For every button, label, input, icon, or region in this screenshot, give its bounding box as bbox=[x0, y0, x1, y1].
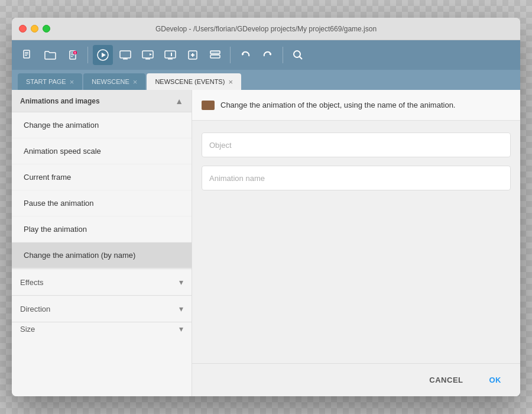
collapsible-effects: Effects ▾ bbox=[12, 269, 192, 295]
svg-point-30 bbox=[294, 51, 300, 57]
search-icon[interactable] bbox=[288, 45, 308, 65]
svg-rect-17 bbox=[145, 59, 150, 60]
tab-newscene[interactable]: NEWSCENE × bbox=[83, 73, 145, 90]
undo-icon[interactable] bbox=[235, 45, 255, 65]
svg-marker-12 bbox=[102, 53, 106, 57]
minimize-button[interactable] bbox=[31, 25, 38, 33]
toolbar-separator-3 bbox=[283, 47, 283, 63]
list-item-animation-speed[interactable]: Animation speed scale bbox=[12, 138, 192, 164]
description-bar: Change the animation of the object, usin… bbox=[192, 90, 520, 121]
svg-rect-9 bbox=[74, 52, 76, 53]
section-collapse-icon[interactable]: ▲ bbox=[175, 96, 183, 106]
tab-newscene-close[interactable]: × bbox=[133, 77, 138, 86]
tab-newscene-label: NEWSCENE bbox=[92, 78, 129, 85]
tab-start-page-close[interactable]: × bbox=[70, 77, 74, 86]
stop-icon[interactable] bbox=[160, 45, 180, 65]
svg-rect-3 bbox=[25, 55, 27, 56]
toolbar bbox=[12, 40, 520, 70]
list-item-pause-animation[interactable]: Pause the animation bbox=[12, 190, 192, 216]
list-item-change-animation-by-name[interactable]: Change the animation (by name) bbox=[12, 242, 192, 269]
toolbar-separator-1 bbox=[87, 47, 88, 63]
debug-icon[interactable] bbox=[63, 45, 83, 65]
collapsible-direction: Direction ▾ bbox=[12, 295, 192, 322]
direction-chevron-icon: ▾ bbox=[179, 304, 183, 313]
title-bar: GDevelop - /Users/florian/GDevelop proje… bbox=[12, 18, 520, 40]
network-icon[interactable] bbox=[138, 45, 158, 65]
svg-rect-20 bbox=[168, 59, 173, 60]
svg-rect-15 bbox=[125, 58, 126, 59]
effects-label: Effects bbox=[20, 278, 44, 287]
toolbar-separator-2 bbox=[230, 47, 231, 63]
tab-newscene-events-close[interactable]: × bbox=[228, 77, 233, 86]
traffic-lights bbox=[19, 25, 50, 33]
close-button[interactable] bbox=[19, 25, 27, 33]
size-label: Size bbox=[20, 325, 35, 334]
object-field[interactable]: Object bbox=[202, 132, 511, 157]
tab-newscene-events[interactable]: NEWSCENE (EVENTS) × bbox=[147, 73, 241, 90]
svg-rect-13 bbox=[120, 51, 131, 58]
tab-start-page[interactable]: START PAGE × bbox=[18, 73, 82, 90]
tab-newscene-events-label: NEWSCENE (EVENTS) bbox=[155, 78, 225, 85]
main-window: GDevelop - /Users/florian/GDevelop proje… bbox=[12, 18, 520, 396]
window-title: GDevelop - /Users/florian/GDevelop proje… bbox=[155, 25, 377, 33]
effects-header[interactable]: Effects ▾ bbox=[12, 269, 192, 295]
folder-icon[interactable] bbox=[40, 45, 60, 65]
add-object-icon[interactable] bbox=[183, 45, 203, 65]
dialog-footer: CANCEL OK bbox=[192, 363, 520, 396]
svg-marker-29 bbox=[269, 53, 271, 56]
form-area: Object Animation name bbox=[192, 121, 520, 363]
svg-rect-26 bbox=[210, 55, 220, 58]
tab-bar: START PAGE × NEWSCENE × NEWSCENE (EVENTS… bbox=[12, 70, 520, 90]
section-header-animations[interactable]: Animations and images ▲ bbox=[12, 90, 192, 112]
content-area: Animations and images ▲ Change the anima… bbox=[12, 90, 520, 396]
description-text: Change the animation of the object, usin… bbox=[220, 101, 455, 109]
animation-name-field[interactable]: Animation name bbox=[202, 166, 511, 190]
list-item-play-animation[interactable]: Play the animation bbox=[12, 216, 192, 242]
play-icon[interactable] bbox=[93, 45, 113, 65]
svg-rect-2 bbox=[25, 54, 28, 54]
right-panel: Change the animation of the object, usin… bbox=[192, 90, 520, 396]
list-item-current-frame[interactable]: Current frame bbox=[12, 164, 192, 190]
redo-icon[interactable] bbox=[258, 45, 278, 65]
svg-marker-18 bbox=[150, 53, 152, 56]
size-header[interactable]: Size ▾ bbox=[12, 322, 192, 335]
svg-rect-6 bbox=[71, 54, 74, 55]
svg-line-31 bbox=[300, 57, 303, 60]
left-panel: Animations and images ▲ Change the anima… bbox=[12, 90, 192, 396]
list-items: Change the animation Animation speed sca… bbox=[12, 112, 192, 396]
svg-rect-7 bbox=[71, 56, 73, 57]
maximize-button[interactable] bbox=[43, 25, 50, 33]
action-icon bbox=[202, 101, 215, 110]
collapsible-size: Size ▾ bbox=[12, 322, 192, 335]
direction-header[interactable]: Direction ▾ bbox=[12, 296, 192, 322]
effects-chevron-icon: ▾ bbox=[179, 277, 183, 287]
layers-panel-icon[interactable] bbox=[205, 45, 225, 65]
file-icon[interactable] bbox=[18, 45, 38, 65]
svg-marker-28 bbox=[242, 53, 244, 56]
direction-label: Direction bbox=[20, 305, 50, 313]
tab-start-page-label: START PAGE bbox=[26, 78, 66, 85]
animation-name-placeholder: Animation name bbox=[209, 174, 265, 183]
svg-rect-1 bbox=[25, 52, 28, 53]
list-item-change-animation[interactable]: Change the animation bbox=[12, 112, 192, 138]
svg-rect-27 bbox=[210, 51, 220, 54]
svg-rect-10 bbox=[74, 53, 76, 54]
preview-icon[interactable] bbox=[115, 45, 135, 65]
svg-rect-19 bbox=[165, 51, 176, 58]
section-title: Animations and images bbox=[20, 97, 100, 105]
object-placeholder: Object bbox=[209, 141, 232, 150]
size-chevron-icon: ▾ bbox=[179, 324, 183, 334]
ok-button[interactable]: OK bbox=[482, 371, 509, 389]
cancel-button[interactable]: CANCEL bbox=[422, 371, 470, 389]
